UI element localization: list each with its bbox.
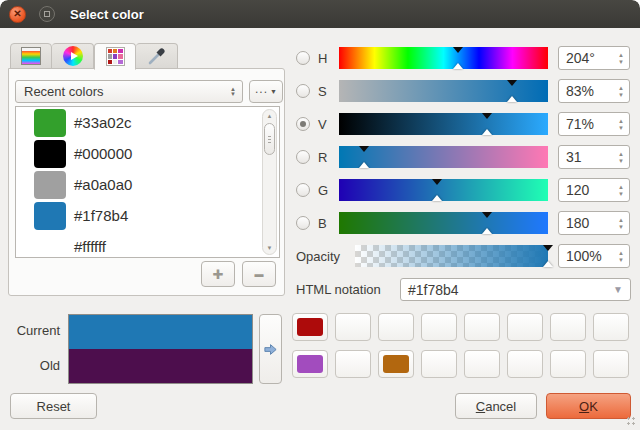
b-spinbox[interactable]: 180 ▲▼ xyxy=(558,211,630,235)
swatch-button[interactable] xyxy=(464,350,500,378)
cancel-button[interactable]: Cancel xyxy=(455,393,537,419)
swatch-button[interactable] xyxy=(507,350,543,378)
v-radio[interactable] xyxy=(296,117,310,131)
slider-marker-bottom xyxy=(482,228,492,234)
s-spinbox[interactable]: 83% ▲▼ xyxy=(558,79,630,103)
add-color-button[interactable]: ✚ xyxy=(201,261,235,287)
v-slider[interactable] xyxy=(339,113,548,135)
reset-button[interactable]: Reset xyxy=(10,393,97,419)
swatch-button[interactable] xyxy=(292,350,328,378)
html-notation-row: HTML notation #1f78b4 ▼ xyxy=(290,278,632,301)
slider-marker-top xyxy=(482,212,492,218)
list-item[interactable]: #33a02c xyxy=(16,107,279,138)
g-radio[interactable] xyxy=(296,183,310,197)
window-title: Select color xyxy=(70,7,144,22)
swatch-button[interactable] xyxy=(421,350,457,378)
slider-marker-top xyxy=(482,113,492,119)
swatch-button[interactable] xyxy=(378,350,414,378)
swatch-button[interactable] xyxy=(378,313,414,341)
swatch-button[interactable] xyxy=(335,313,371,341)
combo-arrows-icon: ▲▼ xyxy=(230,81,236,102)
color-hex-label: #a0a0a0 xyxy=(74,176,132,193)
resize-grip[interactable] xyxy=(626,416,637,427)
ok-button[interactable]: OK xyxy=(546,393,631,419)
swatch-button[interactable] xyxy=(292,313,328,341)
b-slider[interactable] xyxy=(339,212,548,234)
r-radio[interactable] xyxy=(296,150,310,164)
plus-icon: ✚ xyxy=(213,267,224,282)
v-spinbox[interactable]: 71% ▲▼ xyxy=(558,112,630,136)
scroll-up-icon[interactable]: ▲ xyxy=(263,113,276,119)
spinbox-arrows[interactable]: ▲▼ xyxy=(618,245,624,267)
channel-label: H xyxy=(318,51,338,66)
palette-select[interactable]: Recent colors ▲▼ xyxy=(15,80,243,103)
h-radio[interactable] xyxy=(296,51,310,65)
swatch-button[interactable] xyxy=(507,313,543,341)
tab-color-box[interactable] xyxy=(10,43,52,69)
spinbox-arrows[interactable]: ▲▼ xyxy=(618,179,624,201)
slider-marker-top xyxy=(507,80,517,86)
swatch-button[interactable] xyxy=(550,350,586,378)
swatch-row xyxy=(292,350,629,378)
spinbox-arrows[interactable]: ▲▼ xyxy=(618,212,624,234)
old-color-preview[interactable] xyxy=(69,349,252,383)
list-scrollbar[interactable]: ▲ ▼ xyxy=(262,109,277,255)
current-color-preview xyxy=(69,315,252,349)
opacity-spinbox[interactable]: 100% ▲▼ xyxy=(558,244,630,268)
maximize-button[interactable] xyxy=(39,6,55,22)
color-hex-label: #1f78b4 xyxy=(74,207,128,224)
close-button[interactable]: ✕ xyxy=(9,6,26,23)
cancel-button-label: Cancel xyxy=(456,399,536,414)
swatch-button[interactable] xyxy=(335,350,371,378)
swatch-button[interactable] xyxy=(421,313,457,341)
channel-label: G xyxy=(318,183,338,198)
html-notation-input[interactable]: #1f78b4 ▼ xyxy=(400,278,631,301)
list-item[interactable]: #ffffff xyxy=(16,231,279,258)
swatch-button[interactable] xyxy=(593,313,629,341)
add-to-swatches-button[interactable] xyxy=(259,314,282,384)
g-slider[interactable] xyxy=(339,179,548,201)
palette-options-button[interactable]: ... ▼ xyxy=(249,80,283,103)
spinbox-arrows[interactable]: ▲▼ xyxy=(618,47,624,69)
scroll-down-icon[interactable]: ▼ xyxy=(263,245,276,251)
r-spinbox[interactable]: 31 ▲▼ xyxy=(558,145,630,169)
opacity-slider[interactable] xyxy=(355,245,548,267)
r-slider[interactable] xyxy=(339,146,548,168)
list-item[interactable]: #000000 xyxy=(16,138,279,169)
scrollbar-thumb[interactable] xyxy=(264,123,275,155)
swatch-button[interactable] xyxy=(550,313,586,341)
list-item[interactable]: #a0a0a0 xyxy=(16,169,279,200)
select-color-dialog: ✕ Select color xyxy=(0,0,640,430)
quick-swatch-grid xyxy=(292,313,629,378)
recent-colors-list[interactable]: #33a02c #000000 #a0a0a0 #1f78b4 #ffffff … xyxy=(15,106,280,258)
spinbox-value: 180 xyxy=(559,215,589,231)
color-hex-label: #33a02c xyxy=(74,114,132,131)
tab-color-wheel[interactable] xyxy=(52,43,94,69)
slider-marker-top xyxy=(543,245,553,251)
spinbox-arrows[interactable]: ▲▼ xyxy=(618,113,624,135)
slider-marker-bottom xyxy=(482,129,492,135)
tab-color-swatches[interactable] xyxy=(94,43,136,70)
channel-row-h: H 204° ▲▼ xyxy=(290,47,632,69)
gradient-box-icon xyxy=(21,47,41,65)
spinbox-arrows[interactable]: ▲▼ xyxy=(618,80,624,102)
channel-controls: H 204° ▲▼ S 83% ▲▼ V xyxy=(290,47,632,301)
channel-label: V xyxy=(318,117,338,132)
swatch-button[interactable] xyxy=(593,350,629,378)
dropdown-arrow-icon: ▼ xyxy=(613,284,623,295)
remove-color-button[interactable]: ▬ xyxy=(242,261,276,287)
swatch-row xyxy=(292,313,629,341)
channel-label: S xyxy=(318,84,338,99)
swatch-button[interactable] xyxy=(464,313,500,341)
h-slider[interactable] xyxy=(339,47,548,69)
g-spinbox[interactable]: 120 ▲▼ xyxy=(558,178,630,202)
palette-select-value: Recent colors xyxy=(24,84,103,99)
b-radio[interactable] xyxy=(296,216,310,230)
tab-color-sampler[interactable] xyxy=(136,43,178,69)
right-arrow-icon xyxy=(263,342,278,357)
list-item[interactable]: #1f78b4 xyxy=(16,200,279,231)
s-slider[interactable] xyxy=(339,80,548,102)
h-spinbox[interactable]: 204° ▲▼ xyxy=(558,46,630,70)
s-radio[interactable] xyxy=(296,84,310,98)
spinbox-arrows[interactable]: ▲▼ xyxy=(618,146,624,168)
